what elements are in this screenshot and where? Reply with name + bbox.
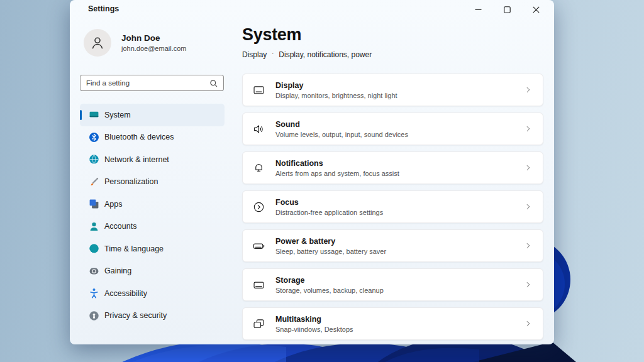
accounts-icon <box>89 221 99 232</box>
sidebar-item-privacy-security[interactable]: Privacy & security <box>80 305 225 327</box>
chevron-right-icon <box>524 85 533 94</box>
sidebar-item-accounts[interactable]: Accounts <box>80 216 225 238</box>
card-text: Notifications Alerts from aps and system… <box>275 159 524 177</box>
close-button[interactable] <box>521 0 550 19</box>
sidebar-item-label: Accessibility <box>104 289 147 298</box>
sidebar-item-label: Gaining <box>104 266 131 275</box>
account-text: John Doe john.doe@email.com <box>121 33 187 52</box>
settings-card-multitasking[interactable]: Multitasking Snap-viindows, Desktops <box>242 307 543 340</box>
card-subtitle: Alerts from aps and system, focus assist <box>275 170 524 177</box>
gaming-icon <box>89 266 99 277</box>
card-text: Storage Storage, volumes, backup, cleanu… <box>275 276 524 294</box>
chevron-right-icon <box>524 319 533 328</box>
avatar <box>84 29 111 57</box>
window-title: Settings <box>88 4 119 13</box>
sidebar-item-label: Accounts <box>104 222 136 231</box>
personalization-icon <box>89 177 99 187</box>
sidebar-item-label: Time & language <box>104 244 164 253</box>
card-title: Multitasking <box>275 315 524 324</box>
card-text: Display Display, monitors, brightness, n… <box>275 81 524 99</box>
settings-card-focus[interactable]: Focus Distraction-free application setti… <box>242 190 543 223</box>
bluetooth-icon <box>89 132 99 143</box>
account-profile[interactable]: John Doe john.doe@email.com <box>84 29 187 57</box>
breadcrumb-root: Display <box>242 50 267 59</box>
settings-card-notifications[interactable]: Notifications Alerts from aps and system… <box>242 151 543 184</box>
chevron-right-icon <box>524 124 533 133</box>
sidebar-item-apps[interactable]: Apps <box>80 193 225 216</box>
card-subtitle: Distraction-free application settings <box>275 209 524 216</box>
network-icon <box>89 154 99 165</box>
card-text: Focus Distraction-free application setti… <box>275 198 524 216</box>
card-text: Sound Volume levels, output, input, soun… <box>275 120 524 138</box>
sidebar-item-label: Privacy & security <box>104 311 167 320</box>
minimize-icon <box>475 6 482 13</box>
card-subtitle: Display, monitors, brightness, night lig… <box>275 92 524 99</box>
time-language-icon <box>89 243 99 254</box>
sidebar-item-personalization[interactable]: Personalization <box>80 171 225 194</box>
sound-icon <box>251 123 266 136</box>
sidebar-item-gaming[interactable]: Gaining <box>80 260 225 283</box>
sidebar-item-accessibility[interactable]: Accessibility <box>80 282 225 305</box>
card-title: Storage <box>275 276 524 285</box>
system-icon <box>89 109 99 120</box>
settings-window: Settings <box>70 0 554 344</box>
card-title: Notifications <box>275 159 524 168</box>
power-battery-icon <box>251 239 266 253</box>
sidebar-nav: System Bluetooth & devices Network & int… <box>80 104 225 327</box>
card-text: Multitasking Snap-viindows, Desktops <box>275 315 524 333</box>
desktop: Settings <box>0 0 644 362</box>
card-subtitle: Storage, volumes, backup, cleanup <box>275 287 524 294</box>
card-subtitle: Sleep, battery ussage, battery saver <box>275 248 524 255</box>
account-email: john.doe@email.com <box>121 45 187 52</box>
breadcrumb-trail: Display, notifications, power <box>279 50 372 59</box>
maximize-icon <box>504 6 511 13</box>
account-name: John Doe <box>121 33 187 43</box>
person-icon <box>89 35 106 51</box>
titlebar: Settings <box>70 0 554 20</box>
multitasking-icon <box>251 317 266 331</box>
settings-card-display[interactable]: Display Display, monitors, brightness, n… <box>242 74 543 106</box>
minimize-button[interactable] <box>464 0 492 19</box>
page-title: System <box>242 24 543 45</box>
search-icon <box>209 79 218 87</box>
sidebar-item-label: Apps <box>104 200 123 209</box>
sidebar-item-time-language[interactable]: Time & language <box>80 238 225 260</box>
sidebar-item-label: Network & internet <box>104 155 169 164</box>
privacy-icon <box>89 310 99 321</box>
card-text: Power & battery Sleep, battery ussage, b… <box>275 237 524 255</box>
settings-card-storage[interactable]: Storage Storage, volumes, backup, cleanu… <box>242 268 543 301</box>
sidebar-item-label: Personalization <box>104 177 158 186</box>
window-controls <box>464 0 550 19</box>
breadcrumb-separator: · <box>272 50 274 57</box>
chevron-right-icon <box>524 202 533 211</box>
card-title: Focus <box>275 198 524 207</box>
storage-icon <box>251 278 266 292</box>
card-subtitle: Snap-viindows, Desktops <box>275 326 524 333</box>
accessibility-icon <box>89 288 99 299</box>
main-content: System Display · Display, notifications,… <box>242 24 543 340</box>
notifications-icon <box>251 162 266 175</box>
card-title: Display <box>275 81 524 90</box>
card-title: Sound <box>275 120 524 129</box>
card-subtitle: Volume levels, output, input, sound devi… <box>275 131 524 138</box>
apps-icon <box>89 199 99 209</box>
focus-icon <box>251 200 266 214</box>
chevron-right-icon <box>524 163 533 172</box>
sidebar-item-system[interactable]: System <box>80 104 225 126</box>
sidebar-item-label: System <box>104 111 131 119</box>
search-box <box>80 75 224 91</box>
settings-card-list: Display Display, monitors, brightness, n… <box>242 74 543 340</box>
search-input[interactable] <box>86 79 209 87</box>
settings-card-sound[interactable]: Sound Volume levels, output, input, soun… <box>242 112 543 145</box>
chevron-right-icon <box>524 280 533 289</box>
sidebar-item-network-internet[interactable]: Network & internet <box>80 148 225 171</box>
sidebar: John Doe john.doe@email.com System <box>70 20 238 344</box>
sidebar-item-bluetooth-devices[interactable]: Bluetooth & devices <box>80 126 225 149</box>
breadcrumb: Display · Display, notifications, power <box>242 50 543 59</box>
sidebar-item-label: Bluetooth & devices <box>104 133 174 141</box>
maximize-button[interactable] <box>492 0 521 19</box>
card-title: Power & battery <box>275 237 524 246</box>
display-icon <box>251 84 266 97</box>
chevron-right-icon <box>524 241 533 250</box>
settings-card-power-battery[interactable]: Power & battery Sleep, battery ussage, b… <box>242 229 543 262</box>
